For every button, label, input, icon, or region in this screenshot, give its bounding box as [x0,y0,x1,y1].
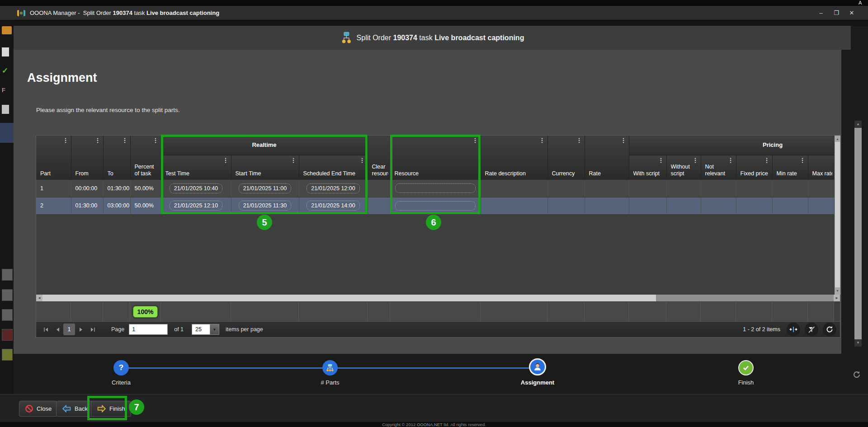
current-page-button[interactable]: 1 [63,324,75,335]
letter-f-icon[interactable]: F [2,87,5,94]
page-size-select[interactable]: 25 ▼ [192,324,219,335]
column-header-max-rate[interactable]: Max rate [808,155,834,180]
column-menu-icon[interactable]: ⋮ [576,137,582,143]
maximize-button[interactable]: ❐ [833,9,840,16]
column-menu-icon[interactable]: ⋮ [95,137,101,143]
document-icon[interactable] [2,47,9,56]
last-page-icon [90,327,95,332]
scrollbar-thumb[interactable] [835,142,840,287]
grid-horizontal-scrollbar[interactable]: ◄ ► [36,295,840,301]
top-black-strip: A [0,0,868,6]
scroll-left-icon[interactable]: ◄ [36,295,42,301]
split-order-icon [340,32,352,44]
check-icon[interactable]: ✓ [2,66,8,75]
column-menu-icon[interactable]: ⋮ [800,157,806,163]
cell-with-script [629,197,666,214]
sidebar-thumbnail[interactable] [2,289,13,301]
grid-footer-row: 100% [36,301,834,321]
ooona-logo-icon [17,9,25,17]
column-header-currency[interactable]: ⋮Currency [547,136,585,180]
wizard-step-criteria[interactable]: ? Criteria [90,360,153,386]
page-title: Assignment [27,71,97,85]
column-header-from[interactable]: ⋮From [71,136,103,180]
window-vertical-scrollbar[interactable]: ▲ ▼ [854,121,862,347]
scroll-down-icon[interactable]: ▼ [835,288,840,294]
column-menu-icon[interactable]: ⋮ [539,137,545,143]
sidebar-thumbnail-red[interactable] [2,329,13,341]
cell-percent: 50.00% [130,180,161,197]
column-header-without-script[interactable]: ⋮Without script [666,155,701,180]
next-page-button[interactable] [75,324,87,335]
first-page-button[interactable] [40,324,52,335]
window-refresh-icon[interactable] [852,370,861,379]
column-header-percent[interactable]: ⋮Percent of task [130,136,161,180]
cell-max-rate [808,180,834,197]
scroll-up-icon[interactable]: ▲ [854,121,862,128]
wizard-steps: ? Criteria # Parts [14,354,841,394]
cell-part: 1 [36,180,71,197]
annotation-badge-7: 7 [129,399,144,415]
sidebar-thumbnail-olive[interactable] [2,349,13,361]
column-header-min-rate[interactable]: ⋮Min rate [772,155,808,180]
column-menu-icon[interactable]: ⋮ [658,157,664,163]
fit-columns-button[interactable] [787,323,800,336]
document-icon[interactable] [2,105,9,114]
cell-with-script [629,180,666,197]
close-button[interactable]: Close [19,401,57,417]
cell-to: 01:30:00 [103,180,130,197]
column-header-part[interactable]: ⋮Part [36,136,71,180]
clear-filters-button[interactable] [805,323,818,336]
scroll-up-icon[interactable]: ▲ [835,136,840,142]
annotation-box-finish [87,396,127,420]
status-bar: Copyright © 2012 OOONA.NET ltd. All righ… [0,422,868,427]
previous-page-button[interactable] [52,324,63,335]
scroll-right-icon[interactable]: ► [834,295,840,301]
close-window-button[interactable]: ✕ [848,9,855,16]
last-page-button[interactable] [87,324,99,335]
column-header-to[interactable]: ⋮To [103,136,130,180]
annotation-badge-5: 5 [257,215,272,230]
scrollbar-track[interactable] [854,128,862,339]
column-menu-icon[interactable]: ⋮ [728,157,734,163]
refresh-icon [825,325,834,334]
column-header-fixed-price[interactable]: ⋮Fixed price [736,155,772,180]
column-menu-icon[interactable]: ⋮ [63,137,69,143]
column-menu-icon[interactable]: ⋮ [122,137,128,143]
wizard-step-assignment[interactable]: Assignment [506,359,569,386]
dialog-title: Split Order 190374 task Live broadcast c… [357,34,524,42]
cell-clear-resource[interactable] [368,197,390,214]
sidebar-thumbnail[interactable] [2,309,13,321]
wizard-step-finish[interactable]: Finish [714,360,778,386]
previous-page-icon [55,327,60,332]
minimize-button[interactable]: – [817,9,825,16]
cell-rate [585,180,629,197]
cell-currency [547,197,585,214]
column-menu-icon[interactable]: ⋮ [764,157,770,163]
refresh-button[interactable] [823,323,836,336]
column-menu-icon[interactable]: ⋮ [153,137,159,143]
column-menu-icon[interactable]: ⋮ [621,137,627,143]
cell-clear-resource[interactable] [368,180,390,197]
column-header-rate[interactable]: ⋮Rate [585,136,629,180]
column-header-with-script[interactable]: ⋮With script [629,155,666,180]
scrollbar-thumb[interactable] [42,295,656,301]
wizard-step-parts[interactable]: # Parts [298,360,362,386]
column-header-not-relevant[interactable]: ⋮Not relevant [701,155,736,180]
items-per-page-label: items per page [226,326,263,333]
column-header-rate-description[interactable]: ⋮Rate description [481,136,547,180]
first-page-icon [43,327,48,332]
chevron-down-icon[interactable]: ▼ [210,324,219,335]
scroll-down-icon[interactable]: ▼ [854,339,862,347]
annotation-box-realtime [161,135,368,214]
cell-fixed-price [736,180,772,197]
app-window: A OOONA Manager - Split Order 190374 tas… [0,0,868,427]
sidebar-thumbnail[interactable] [2,269,13,281]
sidebar-selected-item[interactable] [0,123,14,143]
column-menu-icon[interactable]: ⋮ [693,157,698,163]
grid-pager: 1 Page of 1 25 ▼ items per page 1 - 2 of… [36,321,840,337]
group-header-pricing: Pricing [629,136,834,155]
page-number-input[interactable] [129,324,168,335]
column-header-clear-resource[interactable]: Clear resource [368,136,390,180]
grid-vertical-scrollbar[interactable]: ▲ ▼ [835,136,840,295]
folder-icon[interactable] [2,26,12,34]
